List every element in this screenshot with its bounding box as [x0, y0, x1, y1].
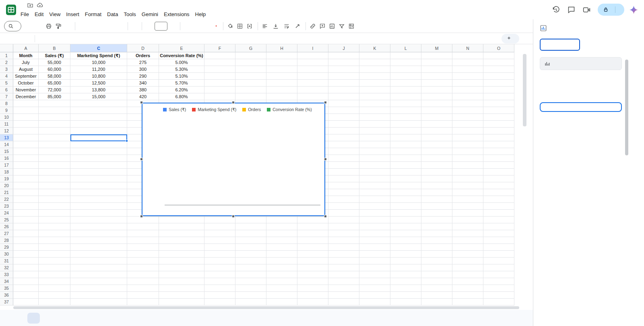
cell-F34[interactable]	[204, 278, 235, 285]
vertical-scroll-thumb[interactable]	[523, 54, 526, 126]
cell-M34[interactable]	[421, 278, 452, 285]
cell-J37[interactable]	[328, 299, 359, 305]
cell-O22[interactable]	[483, 196, 514, 203]
cell-K20[interactable]	[359, 182, 390, 189]
cell-L27[interactable]	[390, 230, 421, 237]
cell-N12[interactable]	[452, 128, 483, 134]
row-header-16[interactable]: 16	[0, 155, 13, 162]
cell-I37[interactable]	[297, 299, 328, 305]
cell-A16[interactable]	[13, 155, 39, 162]
cell-H29[interactable]	[266, 244, 297, 251]
cell-G25[interactable]	[235, 217, 266, 223]
cell-O2[interactable]	[483, 59, 514, 66]
cell-J33[interactable]	[328, 271, 359, 278]
menu-edit[interactable]: Edit	[32, 10, 46, 18]
cell-N17[interactable]	[452, 162, 483, 169]
menu-view[interactable]: View	[46, 10, 63, 18]
cell-A30[interactable]	[13, 251, 39, 258]
cell-J25[interactable]	[328, 217, 359, 223]
cell-M4[interactable]	[421, 73, 452, 80]
cell-D2[interactable]: 275	[127, 59, 159, 66]
cell-O13[interactable]	[483, 134, 514, 141]
cell-N4[interactable]	[452, 73, 483, 80]
cell-N22[interactable]	[452, 196, 483, 203]
cell-M8[interactable]	[421, 100, 452, 107]
cell-B25[interactable]	[39, 217, 70, 223]
cell-I28[interactable]	[297, 237, 328, 244]
panel-scrollbar[interactable]	[625, 60, 628, 301]
cell-M33[interactable]	[421, 271, 452, 278]
cell-C8[interactable]	[70, 100, 127, 107]
cell-G37[interactable]	[235, 299, 266, 305]
cell-J16[interactable]	[328, 155, 359, 162]
cell-C6[interactable]: 13,800	[70, 87, 127, 93]
cell-N32[interactable]	[452, 264, 483, 271]
cell-K1[interactable]	[359, 52, 390, 59]
cell-A31[interactable]	[13, 258, 39, 264]
cell-B13[interactable]	[39, 134, 70, 141]
column-header-J[interactable]: J	[328, 44, 359, 52]
cell-C14[interactable]	[70, 141, 127, 148]
more-formats-button[interactable]	[116, 21, 126, 31]
cell-C16[interactable]	[70, 155, 127, 162]
cell-M22[interactable]	[421, 196, 452, 203]
cell-M19[interactable]	[421, 175, 452, 182]
cell-B32[interactable]	[39, 264, 70, 271]
cell-E27[interactable]	[159, 230, 204, 237]
cell-J35[interactable]	[328, 285, 359, 292]
cell-K27[interactable]	[359, 230, 390, 237]
column-header-M[interactable]: M	[421, 44, 452, 52]
paint-format-button[interactable]	[54, 21, 63, 31]
cell-N6[interactable]	[452, 87, 483, 93]
cell-L31[interactable]	[390, 258, 421, 264]
cell-N24[interactable]	[452, 210, 483, 217]
text-wrap-button[interactable]	[282, 21, 293, 31]
cell-N14[interactable]	[452, 141, 483, 148]
font-size-input[interactable]	[155, 22, 167, 31]
cell-A24[interactable]	[13, 210, 39, 217]
cell-K13[interactable]	[359, 134, 390, 141]
cell-N36[interactable]	[452, 292, 483, 299]
cell-C17[interactable]	[70, 162, 127, 169]
cell-E3[interactable]: 5.30%	[159, 66, 204, 73]
cell-I7[interactable]	[297, 93, 328, 100]
cell-H25[interactable]	[266, 217, 297, 223]
cell-B5[interactable]: 65,000	[39, 80, 70, 87]
cell-D6[interactable]: 380	[127, 87, 159, 93]
cell-I2[interactable]	[297, 59, 328, 66]
cell-E1[interactable]: Conversion Rate (%)	[159, 52, 204, 59]
cell-F33[interactable]	[204, 271, 235, 278]
cell-C31[interactable]	[70, 258, 127, 264]
row-header-31[interactable]: 31	[0, 258, 13, 264]
row-header-24[interactable]: 24	[0, 210, 13, 217]
cell-O26[interactable]	[483, 223, 514, 230]
cell-N21[interactable]	[452, 189, 483, 196]
cell-N10[interactable]	[452, 114, 483, 121]
cell-O21[interactable]	[483, 189, 514, 196]
cell-M20[interactable]	[421, 182, 452, 189]
borders-button[interactable]	[235, 21, 245, 31]
cell-F5[interactable]	[204, 80, 235, 87]
cell-J24[interactable]	[328, 210, 359, 217]
cell-K32[interactable]	[359, 264, 390, 271]
cell-B6[interactable]: 72,000	[39, 87, 70, 93]
cell-J6[interactable]	[328, 87, 359, 93]
cell-D37[interactable]	[127, 299, 159, 305]
cell-F29[interactable]	[204, 244, 235, 251]
cell-C19[interactable]	[70, 175, 127, 182]
decrease-font-size-button[interactable]	[144, 21, 154, 31]
row-header-21[interactable]: 21	[0, 189, 13, 196]
row-header-37[interactable]: 37	[0, 299, 13, 305]
print-button[interactable]	[44, 21, 54, 31]
row-header-18[interactable]: 18	[0, 169, 13, 175]
cell-O25[interactable]	[483, 217, 514, 223]
cell-A5[interactable]: October	[13, 80, 39, 87]
cell-D31[interactable]	[127, 258, 159, 264]
cell-N18[interactable]	[452, 169, 483, 175]
cell-N31[interactable]	[452, 258, 483, 264]
cell-K28[interactable]	[359, 237, 390, 244]
cell-K37[interactable]	[359, 299, 390, 305]
cell-L29[interactable]	[390, 244, 421, 251]
increase-decim​al-button[interactable]	[106, 21, 116, 31]
cell-F27[interactable]	[204, 230, 235, 237]
